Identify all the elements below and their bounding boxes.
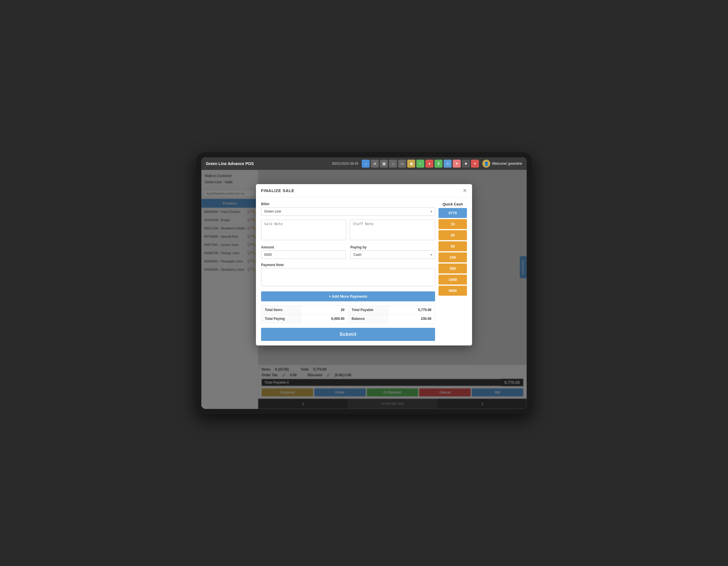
notes-row <box>261 220 435 241</box>
balance-label: Balance <box>348 314 388 323</box>
paying-by-select[interactable]: Cash <box>350 250 435 259</box>
quick-cash-5000[interactable]: 5000 <box>439 286 467 296</box>
amount-label: Amount <box>261 245 346 249</box>
biller-select[interactable]: Green Line <box>261 207 435 216</box>
user-greeting: Welcome! greenline <box>492 162 522 166</box>
circle-icon[interactable]: ● <box>425 160 433 168</box>
modal-overlay: FINALIZE SALE ✕ Biller Green Line <box>201 170 527 409</box>
biller-select-wrapper: Green Line <box>261 207 435 216</box>
payment-note-group: Payment Note <box>261 263 435 288</box>
quick-cash-100[interactable]: 100 <box>439 252 467 262</box>
modal-close-button[interactable]: ✕ <box>463 188 467 193</box>
amount-group: Amount 6000 <box>261 245 346 259</box>
table-row: Total Paying 6,000.00 Balance 230.00 <box>261 314 435 323</box>
user-avatar: 👤 <box>482 160 490 168</box>
search-icon[interactable]: ⌕ <box>389 160 397 168</box>
totals-table: Total Items 20 Total Payable 5,770.00 To… <box>261 305 435 323</box>
balance-value: 230.00 <box>388 314 435 323</box>
modal-title: FINALIZE SALE <box>261 188 294 193</box>
submit-button[interactable]: Submit <box>261 328 435 341</box>
quick-cash-1000[interactable]: 1000 <box>439 274 467 285</box>
biller-group: Biller Green Line <box>261 202 435 216</box>
screen: Green Line Advance POS 30/01/2024 09:45 … <box>201 157 527 409</box>
dollar-icon[interactable]: $ <box>435 160 442 168</box>
total-paying-value: 6,000.00 <box>301 314 348 323</box>
total-paying-label: Total Paying <box>261 314 301 323</box>
add-payments-button[interactable]: + Add More Payments <box>261 292 435 302</box>
table-row: Total Items 20 Total Payable 5,770.00 <box>261 305 435 314</box>
staff-note-input[interactable] <box>350 220 435 240</box>
biller-label: Biller <box>261 202 435 206</box>
datetime: 30/01/2024 09:45 <box>332 162 358 166</box>
dark-icon[interactable]: ■ <box>462 160 470 168</box>
payment-note-label: Payment Note <box>261 263 435 267</box>
amount-input[interactable]: 6000 <box>261 250 346 259</box>
monitor-icon[interactable]: ▭ <box>398 160 406 168</box>
device-frame: Green Line Advance POS 30/01/2024 09:45 … <box>196 152 532 414</box>
paying-by-select-wrapper: Cash <box>350 250 435 259</box>
modal-header: FINALIZE SALE ✕ <box>256 184 472 197</box>
modal-body: Biller Green Line <box>256 197 472 346</box>
quick-cash-500[interactable]: 500 <box>439 263 467 273</box>
total-items-value: 20 <box>301 305 348 314</box>
paying-by-label: Paying by <box>350 245 435 249</box>
sale-note-group <box>261 220 346 241</box>
quick-cash-50[interactable]: 50 <box>439 241 467 251</box>
list-icon[interactable]: ≡ <box>444 160 452 168</box>
check-icon[interactable]: ✓ <box>416 160 424 168</box>
user-badge: 👤 Welcome! greenline <box>482 160 522 168</box>
modal-form: Biller Green Line <box>261 202 435 341</box>
finalize-sale-modal: FINALIZE SALE ✕ Biller Green Line <box>256 184 472 346</box>
paying-by-group: Paying by Cash <box>350 245 435 259</box>
sale-note-input[interactable] <box>261 220 346 240</box>
share-icon[interactable]: ⇄ <box>371 160 379 168</box>
main-content: Walk-in Customer Green Line - Galle Prod… <box>201 170 527 409</box>
total-payable-amount: 5,770.00 <box>388 305 435 314</box>
box-icon[interactable]: ▣ <box>407 160 415 168</box>
payment-note-input[interactable] <box>261 268 435 286</box>
quick-cash-panel: Quick Cash 5770 10 20 50 100 500 1000 50… <box>439 202 467 341</box>
home-icon[interactable]: ⌂ <box>362 160 370 168</box>
total-payable-label: Total Payable <box>348 305 388 314</box>
amount-paying-row: Amount 6000 Paying by Cash <box>261 245 435 259</box>
top-bar: Green Line Advance POS 30/01/2024 09:45 … <box>201 157 527 170</box>
nav-icons: ⌂ ⇄ ▦ ⌕ ▭ ▣ ✓ ● $ ≡ ♥ ■ ✕ <box>362 160 479 168</box>
heart-icon[interactable]: ♥ <box>453 160 461 168</box>
quick-cash-10[interactable]: 10 <box>439 219 467 229</box>
x-icon[interactable]: ✕ <box>471 160 479 168</box>
quick-cash-5770[interactable]: 5770 <box>439 208 467 218</box>
app-title: Green Line Advance POS <box>206 161 254 166</box>
staff-note-group <box>350 220 435 241</box>
quick-cash-20[interactable]: 20 <box>439 230 467 240</box>
table-icon[interactable]: ▦ <box>380 160 388 168</box>
total-items-label: Total Items <box>261 305 301 314</box>
quick-cash-title: Quick Cash <box>439 202 467 206</box>
